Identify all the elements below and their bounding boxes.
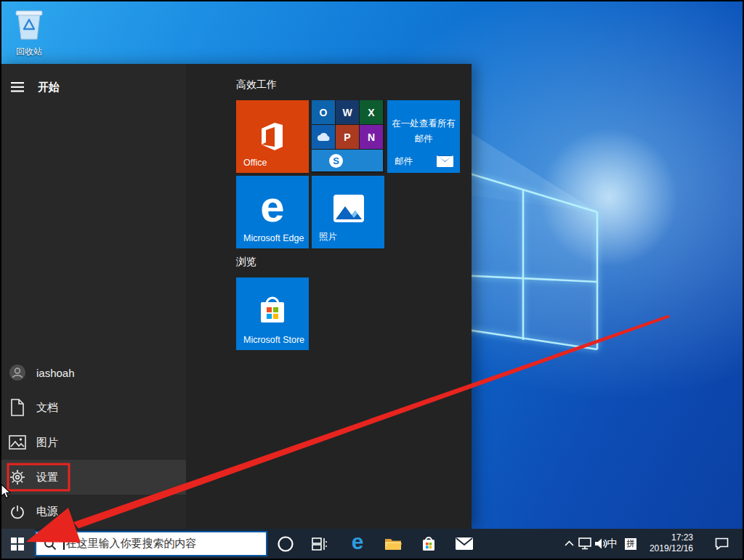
pictures-icon: [0, 435, 35, 450]
skype-mini-tile: S: [312, 150, 383, 171]
task-view-icon: [312, 537, 328, 551]
onedrive-mini-tile: [312, 125, 335, 149]
folder-icon: [384, 537, 402, 551]
excel-mini-tile: X: [360, 100, 383, 124]
tray-ime-mode[interactable]: 中: [606, 529, 619, 559]
outlook-mini-tile: O: [312, 100, 335, 124]
tile-edge-label: Microsoft Edge: [243, 233, 304, 243]
documents-label: 文档: [36, 401, 58, 415]
cortana-icon: [277, 535, 294, 553]
tile-office-label: Office: [243, 158, 267, 168]
hamburger-menu-button[interactable]: [0, 82, 35, 92]
tray-ime-shape[interactable]: 拼: [623, 529, 638, 559]
store-icon: [421, 536, 437, 552]
cortana-button[interactable]: [276, 529, 295, 559]
start-menu-title: 开始: [38, 81, 60, 94]
ime-shape-indicator: 拼: [625, 538, 636, 550]
tile-store-label: Microsoft Store: [243, 335, 304, 345]
recycle-bin[interactable]: 回收站: [9, 7, 49, 58]
tile-photos-label: 照片: [319, 231, 337, 243]
user-name-label: iashoah: [36, 367, 75, 379]
taskbar: 在这里输入你要搜索的内容 e: [0, 529, 744, 559]
power-icon: [0, 505, 35, 519]
desktop-screen: 回收站 开始 iashoah 文档: [0, 0, 744, 560]
tile-office-folder[interactable]: O W X P N S: [312, 100, 384, 173]
taskbar-search-input[interactable]: 在这里输入你要搜索的内容: [35, 531, 267, 556]
tile-mail-body-text: 在一处查看所有邮件: [392, 116, 456, 147]
edge-icon: e: [352, 529, 364, 554]
taskbar-mail-button[interactable]: [455, 529, 474, 559]
clock-date: 2019/12/16: [639, 543, 693, 554]
sidebar-item-documents[interactable]: 文档: [0, 390, 186, 425]
skype-icon: S: [329, 154, 343, 168]
tile-photos[interactable]: 照片: [312, 176, 384, 248]
file-explorer-button[interactable]: [384, 529, 403, 559]
taskbar-store-button[interactable]: [419, 529, 438, 559]
start-button[interactable]: [0, 529, 35, 559]
pictures-label: 图片: [36, 436, 58, 450]
powerpoint-mini-tile: P: [336, 125, 359, 149]
tile-mail-label: 邮件: [395, 155, 413, 168]
tile-microsoft-store[interactable]: Microsoft Store: [236, 277, 309, 350]
screen-border-left: [0, 0, 1, 560]
start-menu: 开始 iashoah 文档 图片: [0, 64, 472, 529]
tile-mail[interactable]: 在一处查看所有邮件 邮件: [387, 100, 460, 173]
search-icon: [44, 537, 57, 551]
task-view-button[interactable]: [310, 529, 329, 559]
taskbar-edge-button[interactable]: e: [348, 529, 367, 559]
search-placeholder: 在这里输入你要搜索的内容: [66, 537, 197, 551]
mail-envelope-icon: [437, 155, 453, 167]
mail-icon: [456, 537, 473, 550]
text-caret: [63, 537, 65, 550]
sidebar-item-settings[interactable]: 设置: [0, 460, 186, 495]
tray-network[interactable]: [577, 529, 593, 559]
screen-border-top: [0, 0, 744, 1]
tile-office[interactable]: Office: [236, 100, 309, 173]
power-label: 电源: [36, 505, 58, 519]
tile-microsoft-edge[interactable]: e Microsoft Edge: [236, 176, 309, 248]
document-icon: [0, 399, 35, 416]
tray-clock[interactable]: 17:23 2019/12/16: [639, 529, 693, 559]
recycle-bin-icon: [13, 7, 45, 42]
edge-logo-icon: e: [260, 185, 284, 229]
settings-label: 设置: [36, 471, 58, 484]
tile-group-title-productivity: 高效工作: [236, 78, 277, 92]
windows-logo-icon: [11, 537, 24, 551]
tray-show-hidden-icons[interactable]: [562, 529, 575, 559]
sidebar-item-power[interactable]: 电源: [0, 495, 186, 529]
user-avatar: [0, 364, 35, 381]
settings-gear-icon: [0, 469, 35, 485]
hamburger-icon: [11, 82, 24, 92]
action-center-button[interactable]: [713, 529, 729, 559]
sidebar-item-pictures[interactable]: 图片: [0, 425, 186, 460]
chevron-up-icon: [565, 540, 574, 547]
recycle-bin-label: 回收站: [9, 46, 49, 58]
tile-group-title-browse: 浏览: [236, 256, 256, 269]
sidebar-item-user[interactable]: iashoah: [0, 355, 186, 390]
word-mini-tile: W: [336, 100, 359, 124]
start-menu-header: 开始: [0, 74, 186, 100]
onedrive-cloud-icon: [316, 132, 331, 142]
clock-time: 17:23: [639, 532, 693, 543]
action-center-icon: [715, 537, 729, 550]
network-icon: [578, 537, 592, 550]
onenote-mini-tile: N: [360, 125, 383, 149]
